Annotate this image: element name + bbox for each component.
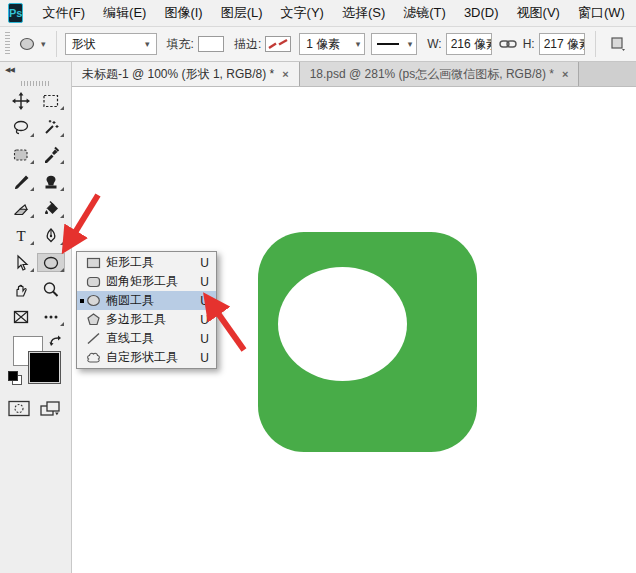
tools-panel: ◀◀ bbox=[0, 62, 72, 573]
flyout-item-label: 圆角矩形工具 bbox=[106, 273, 199, 290]
lasso-tool[interactable] bbox=[7, 118, 35, 137]
shape-height-field[interactable]: 217 像素 bbox=[539, 33, 585, 55]
menu-window[interactable]: 窗口(W) bbox=[569, 0, 634, 26]
chevron-down-icon: ▾ bbox=[145, 40, 150, 49]
link-dimensions-icon[interactable] bbox=[499, 38, 517, 50]
menu-edit[interactable]: 编辑(E) bbox=[94, 0, 155, 26]
flyout-item-label: 椭圆工具 bbox=[106, 292, 199, 309]
swap-colors-button[interactable] bbox=[48, 334, 61, 352]
photoshop-logo: Ps bbox=[8, 3, 23, 23]
tool-mode-value: 形状 bbox=[72, 36, 96, 53]
double-chevron-left-icon: ◀◀ bbox=[5, 66, 14, 74]
background-color-swatch[interactable] bbox=[29, 352, 60, 383]
edit-toolbar-button[interactable] bbox=[37, 307, 65, 326]
mini-foreground-swatch bbox=[8, 371, 18, 381]
color-swatches bbox=[0, 334, 71, 390]
flyout-item-custom-shape-tool[interactable]: 自定形状工具 U bbox=[77, 348, 216, 367]
zoom-tool[interactable] bbox=[37, 280, 65, 299]
artboard-tool[interactable] bbox=[7, 307, 35, 326]
clone-stamp-icon bbox=[42, 173, 60, 190]
flyout-item-label: 自定形状工具 bbox=[106, 349, 199, 366]
stroke-style-select[interactable]: ▾ bbox=[371, 33, 417, 55]
type-tool[interactable]: T bbox=[7, 226, 35, 245]
shape-tools-flyout-menu: 矩形工具 U 圆角矩形工具 U 椭圆工具 U 多边形工具 U bbox=[76, 251, 217, 369]
ellipse-icon bbox=[85, 294, 102, 307]
stroke-width-value: 1 像素 bbox=[306, 36, 340, 53]
marquee-tool[interactable] bbox=[37, 91, 65, 110]
flyout-item-shortcut: U bbox=[199, 256, 209, 270]
flyout-item-rectangle-tool[interactable]: 矩形工具 U bbox=[77, 253, 216, 272]
menu-3d[interactable]: 3D(D) bbox=[455, 0, 508, 26]
paint-bucket-tool[interactable] bbox=[37, 199, 65, 218]
path-select-tool[interactable] bbox=[7, 253, 35, 272]
type-icon: T bbox=[12, 227, 30, 244]
solid-line-icon bbox=[376, 41, 400, 47]
flyout-item-shortcut: U bbox=[199, 332, 209, 346]
magic-wand-icon bbox=[42, 119, 60, 136]
flyout-item-ellipse-tool[interactable]: 椭圆工具 U bbox=[77, 291, 216, 310]
tab-untitled-1[interactable]: 未标题-1 @ 100% (形状 1, RGB/8) * × bbox=[72, 62, 300, 86]
flyout-item-polygon-tool[interactable]: 多边形工具 U bbox=[77, 310, 216, 329]
path-options-button[interactable] bbox=[610, 36, 626, 52]
close-icon[interactable]: × bbox=[562, 68, 568, 80]
ellipse-tool[interactable] bbox=[37, 253, 65, 272]
menu-type[interactable]: 文字(Y) bbox=[272, 0, 333, 26]
marquee-icon bbox=[42, 93, 60, 109]
shape-width-field[interactable]: 216 像素 bbox=[446, 33, 492, 55]
green-rounded-square-shape bbox=[258, 232, 477, 452]
quick-mask-button[interactable] bbox=[8, 400, 30, 422]
move-tool[interactable] bbox=[7, 91, 35, 110]
collapse-panel-button[interactable]: ◀◀ bbox=[0, 62, 71, 78]
height-label: H: bbox=[523, 37, 535, 51]
hand-tool[interactable] bbox=[7, 280, 35, 299]
menu-image[interactable]: 图像(I) bbox=[155, 0, 211, 26]
menu-select[interactable]: 选择(S) bbox=[333, 0, 394, 26]
zoom-icon bbox=[42, 281, 60, 298]
tool-preset-picker[interactable]: ▾ bbox=[15, 35, 50, 53]
stroke-color-swatch[interactable] bbox=[265, 36, 291, 52]
clone-stamp-tool[interactable] bbox=[37, 172, 65, 191]
svg-text:T: T bbox=[16, 228, 25, 244]
menu-layer[interactable]: 图层(L) bbox=[212, 0, 272, 26]
menu-file[interactable]: 文件(F) bbox=[33, 0, 94, 26]
screen-mode-icon bbox=[39, 400, 63, 418]
tool-options-bar: ▾ 形状 ▾ 填充: 描边: 1 像素 ▾ ▾ W: 216 bbox=[0, 27, 636, 62]
menu-view[interactable]: 视图(V) bbox=[508, 0, 569, 26]
fill-color-swatch[interactable] bbox=[198, 36, 224, 52]
stroke-label: 描边: bbox=[234, 36, 261, 53]
eraser-tool[interactable] bbox=[7, 199, 35, 218]
close-icon[interactable]: × bbox=[282, 68, 288, 80]
flyout-item-shortcut: U bbox=[199, 275, 209, 289]
lasso-icon bbox=[12, 119, 30, 136]
geometry-options-icon bbox=[610, 36, 626, 52]
tool-mode-select[interactable]: 形状 ▾ bbox=[65, 33, 157, 55]
flyout-item-line-tool[interactable]: 直线工具 U bbox=[77, 329, 216, 348]
document-tab-bar: 未标题-1 @ 100% (形状 1, RGB/8) * × 18.psd @ … bbox=[72, 62, 636, 87]
rectangle-icon bbox=[85, 257, 102, 269]
default-colors-button[interactable] bbox=[7, 370, 23, 386]
fill-label: 填充: bbox=[167, 36, 194, 53]
eyedropper-tool[interactable] bbox=[37, 145, 65, 164]
crossed-box-icon bbox=[12, 309, 30, 325]
divider bbox=[595, 31, 596, 57]
ellipsis-icon bbox=[42, 313, 60, 321]
chevron-down-icon: ▾ bbox=[41, 40, 46, 49]
hand-icon bbox=[12, 281, 30, 298]
pen-tool[interactable] bbox=[37, 226, 65, 245]
stroke-width-select[interactable]: 1 像素 ▾ bbox=[299, 33, 365, 55]
panel-drag-handle[interactable] bbox=[21, 81, 51, 86]
menu-filter[interactable]: 滤镜(T) bbox=[394, 0, 455, 26]
screen-mode-button[interactable] bbox=[39, 400, 63, 422]
shape-height-value: 217 像素 bbox=[544, 36, 585, 53]
eyedropper-icon bbox=[42, 146, 60, 163]
flyout-item-rounded-rectangle-tool[interactable]: 圆角矩形工具 U bbox=[77, 272, 216, 291]
custom-shape-icon bbox=[85, 351, 102, 364]
magic-wand-tool[interactable] bbox=[37, 118, 65, 137]
photoshop-window: Ps 文件(F) 编辑(E) 图像(I) 图层(L) 文字(Y) 选择(S) 滤… bbox=[0, 0, 636, 573]
flyout-item-shortcut: U bbox=[199, 313, 209, 327]
patch-tool[interactable] bbox=[7, 145, 35, 164]
options-drag-handle[interactable] bbox=[5, 32, 10, 56]
tab-18psd[interactable]: 18.psd @ 281% (ps怎么画微信图标, RGB/8) * × bbox=[300, 62, 580, 86]
brush-tool[interactable] bbox=[7, 172, 35, 191]
chevron-down-icon: ▾ bbox=[408, 40, 413, 49]
